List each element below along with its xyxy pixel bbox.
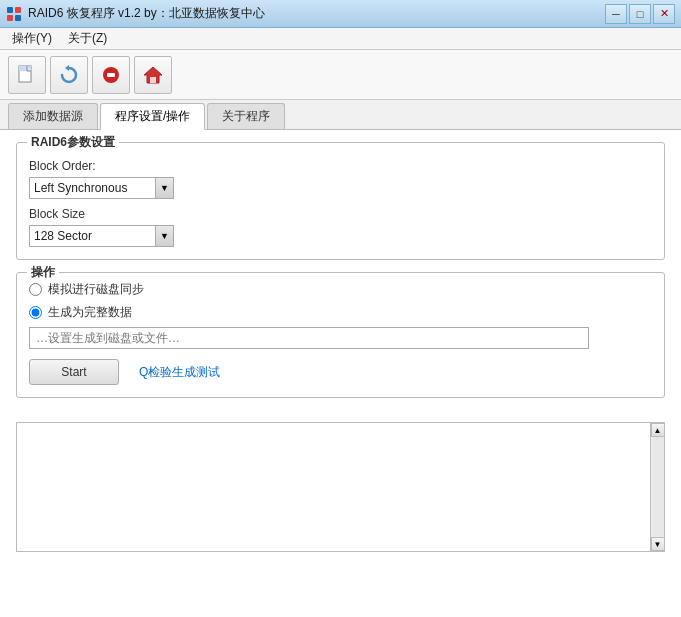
title-bar: RAID6 恢复程序 v1.2 by：北亚数据恢复中心 ─ □ ✕ xyxy=(0,0,681,28)
maximize-button[interactable]: □ xyxy=(629,4,651,24)
svg-rect-8 xyxy=(107,73,115,77)
svg-rect-3 xyxy=(15,15,21,21)
tabs-bar: 添加数据源 程序设置/操作 关于程序 xyxy=(0,100,681,130)
buttons-row: Start Q检验生成测试 xyxy=(29,359,652,385)
tab-about[interactable]: 关于程序 xyxy=(207,103,285,129)
vertical-scrollbar[interactable]: ▲ ▼ xyxy=(650,423,664,551)
raid6-settings-group: RAID6参数设置 Block Order: Left Synchronous … xyxy=(16,142,665,260)
svg-rect-1 xyxy=(15,7,21,13)
block-order-label: Block Order: xyxy=(29,159,652,173)
radio-row-simulate: 模拟进行磁盘同步 xyxy=(29,281,652,298)
path-input[interactable] xyxy=(29,327,589,349)
radio-simulate-label: 模拟进行磁盘同步 xyxy=(48,281,144,298)
window-title: RAID6 恢复程序 v1.2 by：北亚数据恢复中心 xyxy=(28,5,265,22)
main-content: RAID6参数设置 Block Order: Left Synchronous … xyxy=(0,130,681,617)
new-icon xyxy=(16,64,38,86)
scroll-down-arrow[interactable]: ▼ xyxy=(651,537,665,551)
ops-group-title: 操作 xyxy=(27,264,59,281)
scroll-up-arrow[interactable]: ▲ xyxy=(651,423,665,437)
operations-group: 操作 模拟进行磁盘同步 生成为完整数据 Start Q检验生成测试 xyxy=(16,272,665,398)
scroll-track xyxy=(652,437,664,537)
block-order-value: Left Synchronous xyxy=(34,181,127,195)
window-controls: ─ □ ✕ xyxy=(605,4,675,24)
home-icon xyxy=(142,64,164,86)
svg-marker-6 xyxy=(65,65,69,71)
menu-item-about[interactable]: 关于(Z) xyxy=(60,28,115,49)
block-order-arrow: ▼ xyxy=(155,178,173,198)
output-area: ▲ ▼ xyxy=(16,422,665,552)
refresh-button[interactable] xyxy=(50,56,88,94)
app-icon xyxy=(6,6,22,22)
stop-icon xyxy=(100,64,122,86)
block-size-dropdown[interactable]: 128 Sector ▼ xyxy=(29,225,174,247)
svg-rect-10 xyxy=(150,77,156,83)
refresh-icon xyxy=(58,64,80,86)
menu-bar: 操作(Y) 关于(Z) xyxy=(0,28,681,50)
block-size-arrow: ▼ xyxy=(155,226,173,246)
close-button[interactable]: ✕ xyxy=(653,4,675,24)
toolbar xyxy=(0,50,681,100)
svg-rect-0 xyxy=(7,7,13,13)
radio-generate-label: 生成为完整数据 xyxy=(48,304,132,321)
start-button[interactable]: Start xyxy=(29,359,119,385)
stop-button[interactable] xyxy=(92,56,130,94)
radio-row-generate: 生成为完整数据 xyxy=(29,304,652,321)
radio-generate[interactable] xyxy=(29,306,42,319)
radio-simulate[interactable] xyxy=(29,283,42,296)
minimize-button[interactable]: ─ xyxy=(605,4,627,24)
block-size-label: Block Size xyxy=(29,207,652,221)
home-button[interactable] xyxy=(134,56,172,94)
menu-item-operations[interactable]: 操作(Y) xyxy=(4,28,60,49)
block-size-value: 128 Sector xyxy=(34,229,92,243)
new-button[interactable] xyxy=(8,56,46,94)
block-order-dropdown[interactable]: Left Synchronous ▼ xyxy=(29,177,174,199)
tab-add-datasource[interactable]: 添加数据源 xyxy=(8,103,98,129)
svg-rect-2 xyxy=(7,15,13,21)
raid6-group-title: RAID6参数设置 xyxy=(27,134,119,151)
tab-settings[interactable]: 程序设置/操作 xyxy=(100,103,205,130)
verify-link[interactable]: Q检验生成测试 xyxy=(139,364,220,381)
